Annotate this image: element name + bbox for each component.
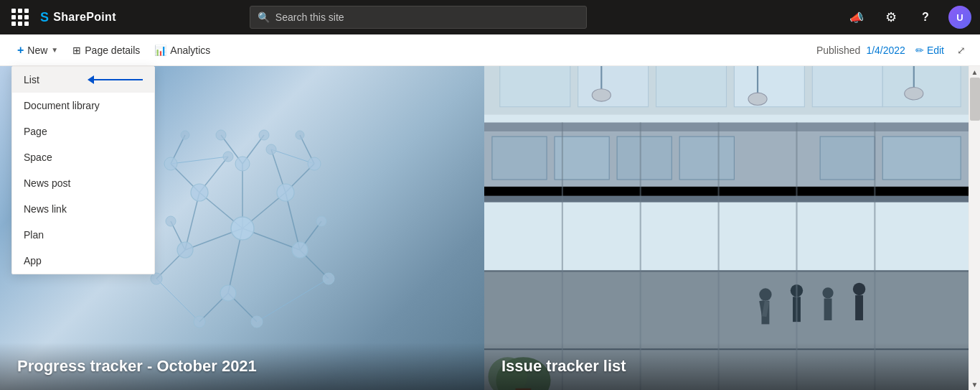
svg-point-46 [296, 131, 304, 139]
collapse-button[interactable]: ⤢ [954, 42, 969, 59]
svg-rect-64 [484, 196, 969, 203]
svg-rect-60 [679, 136, 734, 180]
document-library-label: Document library [24, 100, 100, 111]
app-label: App [24, 255, 42, 266]
feedback-icon[interactable]: 📣 [845, 6, 868, 29]
dropdown-menu: List Document library Page Space News po… [11, 66, 155, 274]
settings-icon[interactable]: ⚙ [880, 6, 903, 29]
svg-rect-52 [734, 66, 804, 107]
svg-point-36 [323, 273, 334, 284]
news-link-label: News link [24, 203, 67, 215]
molecule-graphic [128, 92, 357, 365]
svg-rect-53 [812, 66, 882, 107]
svg-point-87 [592, 89, 611, 101]
dropdown-item-page[interactable]: Page [12, 119, 154, 144]
analytics-icon: 📊 [154, 45, 166, 56]
chevron-down-icon: ▼ [51, 46, 58, 54]
toolbar: + New ▼ ⊞ Page details 📊 Analytics Publi… [0, 34, 980, 66]
svg-point-30 [292, 242, 308, 258]
svg-line-24 [156, 279, 199, 322]
analytics-button[interactable]: 📊 Analytics [149, 41, 216, 60]
plus-icon: + [17, 44, 24, 57]
sharepoint-logo[interactable]: S SharePoint [40, 10, 116, 25]
svg-point-26 [231, 217, 254, 240]
svg-rect-57 [492, 136, 547, 180]
edit-label: Edit [927, 45, 944, 56]
list-arrow-indicator [88, 75, 143, 84]
news-post-label: News post [24, 177, 70, 189]
svg-point-39 [194, 316, 205, 328]
page-details-button[interactable]: ⊞ Page details [67, 41, 146, 60]
apps-icon[interactable] [9, 6, 32, 29]
dropdown-item-app[interactable]: App [12, 248, 154, 274]
svg-point-37 [166, 216, 176, 226]
list-label: List [24, 74, 39, 85]
dropdown-item-plan[interactable]: Plan [12, 222, 154, 248]
dropdown-item-document-library[interactable]: Document library [12, 93, 154, 119]
svg-point-32 [220, 285, 236, 301]
svg-line-25 [257, 279, 329, 322]
dropdown-item-list[interactable]: List [12, 67, 154, 93]
dropdown-item-news-post[interactable]: News post [12, 170, 154, 196]
svg-point-40 [251, 316, 263, 328]
dropdown-item-news-link[interactable]: News link [12, 196, 154, 222]
svg-point-66 [759, 288, 771, 300]
edit-button[interactable]: ✏ Edit [911, 42, 948, 59]
svg-rect-59 [617, 136, 672, 180]
card-title-progress: Progress tracker - October 2021 [17, 357, 467, 376]
svg-point-31 [235, 157, 250, 171]
new-button[interactable]: + New ▼ [11, 40, 64, 60]
svg-point-33 [164, 157, 177, 170]
search-input[interactable] [275, 11, 579, 23]
svg-point-38 [316, 216, 326, 226]
dropdown-item-space[interactable]: Space [12, 144, 154, 170]
svg-rect-51 [656, 66, 727, 107]
search-icon: 🔍 [258, 11, 270, 23]
svg-point-42 [259, 130, 269, 140]
card-issue-tracker[interactable]: Issue tracker list [484, 66, 969, 390]
top-nav: S SharePoint 🔍 📣 ⚙ ? U [0, 0, 980, 34]
svg-rect-75 [855, 295, 863, 320]
svg-point-89 [748, 93, 767, 105]
page-details-icon: ⊞ [72, 45, 81, 56]
svg-rect-62 [882, 136, 961, 180]
help-icon[interactable]: ? [914, 6, 937, 29]
svg-point-43 [223, 152, 233, 162]
page-details-label: Page details [85, 45, 140, 56]
svg-rect-73 [824, 298, 832, 320]
card-title-issue: Issue tracker list [501, 357, 951, 376]
svg-point-27 [191, 184, 208, 201]
svg-line-22 [171, 157, 228, 164]
svg-point-74 [853, 283, 865, 295]
building-graphic [484, 66, 969, 390]
scrollbar-thumb[interactable] [970, 78, 980, 121]
svg-point-72 [822, 287, 833, 298]
scroll-up-arrow[interactable]: ▲ [969, 66, 980, 78]
published-text: Published [816, 45, 861, 56]
avatar[interactable]: U [948, 6, 971, 29]
svg-rect-54 [882, 66, 961, 107]
svg-point-29 [177, 242, 193, 258]
svg-rect-63 [484, 187, 969, 196]
svg-point-34 [308, 157, 321, 170]
analytics-label: Analytics [170, 45, 210, 56]
svg-point-91 [905, 88, 923, 100]
edit-icon: ✏ [915, 45, 924, 56]
new-label: New [27, 45, 47, 56]
svg-rect-50 [578, 66, 649, 107]
scroll-down-arrow[interactable]: ▼ [969, 379, 980, 390]
svg-point-28 [277, 184, 294, 201]
svg-point-41 [216, 130, 226, 140]
svg-point-45 [181, 131, 189, 139]
plan-label: Plan [24, 229, 44, 241]
published-date: 1/4/2022 [866, 45, 905, 56]
svg-rect-61 [820, 136, 875, 180]
scrollbar[interactable]: ▲ ▼ [969, 66, 980, 390]
svg-point-44 [266, 144, 276, 154]
search-bar[interactable]: 🔍 [250, 6, 587, 29]
svg-rect-55 [484, 123, 969, 132]
space-label: Space [24, 152, 52, 163]
svg-rect-49 [500, 66, 570, 107]
page-label: Page [24, 126, 47, 137]
